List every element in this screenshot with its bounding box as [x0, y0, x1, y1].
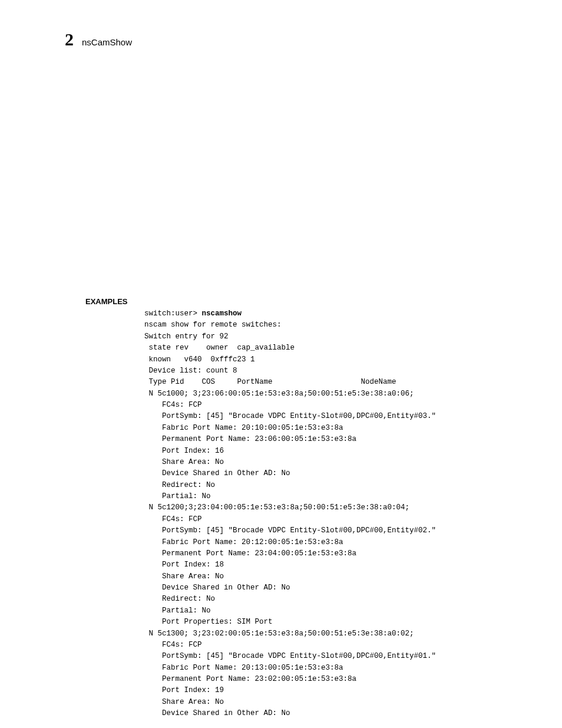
page-header: 2 nsCamShow [65, 29, 521, 50]
terminal-command: nscamshow [202, 309, 242, 318]
section-examples-label: EXAMPLES [85, 297, 521, 306]
terminal-block: switch:user> nscamshow nscam show for re… [144, 308, 521, 720]
terminal-prompt: switch:user> [144, 309, 202, 318]
command-name: nsCamShow [82, 37, 132, 47]
terminal-output: nscam show for remote switches: Switch e… [144, 321, 436, 717]
chapter-number: 2 [65, 29, 74, 50]
page-root: 2 nsCamShow EXAMPLES switch:user> nscams… [0, 0, 562, 720]
